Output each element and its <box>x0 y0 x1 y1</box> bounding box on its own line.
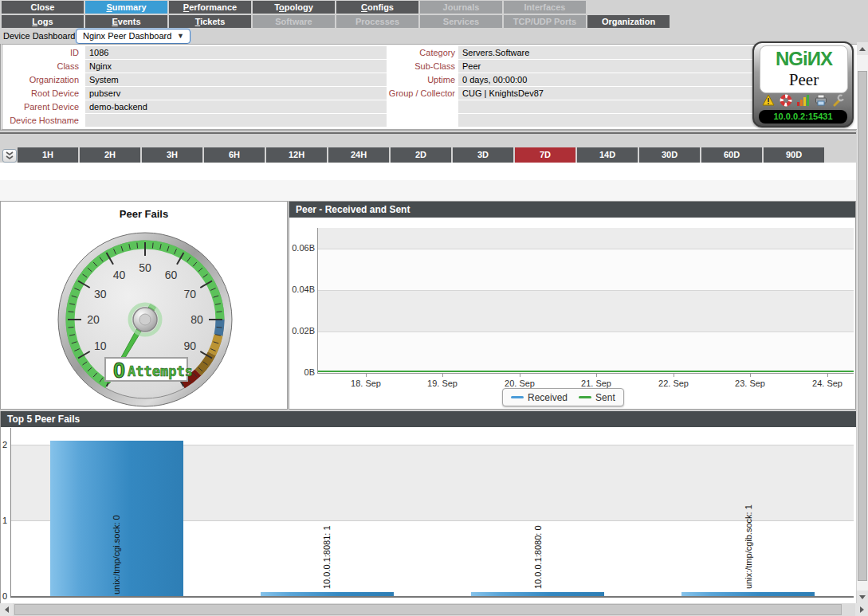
gauge-tick-label: 20 <box>87 313 100 326</box>
panel-header: Peer - Received and Sent <box>289 202 855 218</box>
y-tick-label: 0B <box>289 367 315 377</box>
tab-journals: Journals <box>420 1 502 14</box>
scroll-up-button[interactable] <box>857 42 868 55</box>
bar-series: unix:/tmp/cgi.sock: 010.0.0.1:8081: 110.… <box>11 428 854 596</box>
info-label-root-device: Root Device <box>2 87 79 100</box>
scroll-down-button[interactable] <box>857 590 868 603</box>
x-tick-label: 23. Sep <box>726 379 774 388</box>
arrow-down-icon <box>859 595 866 599</box>
range-button-90d[interactable]: 90D <box>764 147 824 163</box>
legend-label: Received <box>528 392 568 403</box>
panel-header: Top 5 Peer Fails <box>1 411 856 427</box>
gauge-tick-label: 70 <box>184 288 197 300</box>
x-tick-label: 20. Sep <box>496 379 544 388</box>
y-tick-label: 0.04B <box>289 284 315 294</box>
scroll-left-button[interactable] <box>0 603 13 616</box>
plot-band <box>317 228 854 249</box>
info-value-group-collector: CUG | KnightsDev87 <box>458 87 757 100</box>
bar-category-label: 10.0.0.1:8081: 1 <box>322 525 332 589</box>
scroll-right-button[interactable] <box>855 603 868 616</box>
tab-summary[interactable]: Summary <box>85 1 167 14</box>
tab-tcp-udp-ports: TCP/UDP Ports <box>504 15 586 28</box>
tab-organization[interactable]: Organization <box>587 15 670 28</box>
tab-processes: Processes <box>336 15 418 28</box>
gauge-unit: Attempts <box>128 363 193 379</box>
gauge-value: 0 <box>113 359 125 383</box>
info-value-empty-1 <box>458 100 757 113</box>
wrench-icon[interactable] <box>832 94 845 107</box>
range-button-3d[interactable]: 3D <box>453 147 513 163</box>
printer-icon[interactable] <box>815 94 827 107</box>
info-label-uptime: Uptime <box>387 73 455 86</box>
chevron-down-icon: ▼ <box>177 29 184 43</box>
bar-category-label: 10.0.0.1:8080: 0 <box>533 525 543 589</box>
info-value-root-device[interactable]: pubserv <box>85 87 387 100</box>
range-button-7d[interactable]: 7D <box>515 147 575 163</box>
gridline <box>317 290 854 291</box>
tab-events[interactable]: Events <box>85 15 167 28</box>
nginx-logo: NGiИX <box>760 48 847 70</box>
info-value-category: Servers.Software <box>458 46 757 59</box>
x-tick-label: 19. Sep <box>418 379 466 388</box>
tab-software: Software <box>253 15 335 28</box>
info-value-organization: System <box>85 73 387 86</box>
bar-category-label: unix:/tmp/cgi.sock: 0 <box>112 515 121 594</box>
horizontal-scrollbar[interactable] <box>0 603 868 616</box>
info-label-category: Category <box>387 46 455 59</box>
device-type-label: Peer <box>760 70 847 89</box>
legend-item-sent[interactable]: Sent <box>579 392 615 403</box>
tab-configs[interactable]: Configs <box>336 1 418 14</box>
horizontal-scrollbar-thumb[interactable] <box>14 604 842 615</box>
lifebuoy-icon[interactable] <box>780 94 792 107</box>
device-badge: NGiИX Peer 10.0.0.2:15431 <box>752 41 854 128</box>
tab-performance[interactable]: Performance <box>169 1 251 14</box>
range-button-60d[interactable]: 60D <box>701 147 762 163</box>
gauge-tick-label: 10 <box>94 339 107 352</box>
device-badge-toolbar <box>754 94 852 107</box>
tab-close[interactable]: Close <box>2 1 84 14</box>
range-button-6h[interactable]: 6H <box>204 147 265 163</box>
device-dashboard-select[interactable]: Nginx Peer Dashboard ▼ <box>76 29 190 44</box>
gauge-tick-label: 80 <box>190 313 203 326</box>
info-value-uptime: 0 days, 00:00:00 <box>458 73 757 86</box>
range-button-24h[interactable]: 24H <box>328 147 389 163</box>
device-dashboard-value: Nginx Peer Dashboard <box>83 31 171 41</box>
signal-bars-icon[interactable] <box>797 94 810 107</box>
collapse-timebar-button[interactable] <box>2 149 17 163</box>
range-button-12h[interactable]: 12H <box>266 147 327 163</box>
y-tick-label: 1 <box>2 516 10 525</box>
y-tick-label: 0.06B <box>289 243 315 253</box>
y-tick-label: 0 <box>2 591 10 601</box>
x-axis-line <box>317 373 854 374</box>
x-tick-label: 22. Sep <box>650 379 697 388</box>
legend-item-received[interactable]: Received <box>511 392 568 403</box>
y-axis-line <box>317 228 318 373</box>
range-button-2d[interactable]: 2D <box>391 147 451 163</box>
info-label-sub-class: Sub-Class <box>387 60 455 73</box>
tab-topology[interactable]: Topology <box>253 1 335 14</box>
range-button-2h[interactable]: 2H <box>80 147 140 163</box>
arrow-right-icon <box>860 606 864 613</box>
range-button-30d[interactable]: 30D <box>639 147 700 163</box>
gridline <box>317 332 854 332</box>
gauge-tick-label: 40 <box>113 269 126 281</box>
range-button-1h[interactable]: 1H <box>18 147 78 163</box>
y-tick-label: 0.02B <box>289 326 315 335</box>
spacer-strip-gray <box>0 180 856 201</box>
info-value-sub-class: Peer <box>458 60 757 73</box>
tab-logs[interactable]: Logs <box>2 15 84 28</box>
tab-tickets[interactable]: Tickets <box>169 15 251 28</box>
bar-category-label: unix:/tmp/cgib.sock: 1 <box>744 504 753 589</box>
range-button-14d[interactable]: 14D <box>577 147 638 163</box>
received-swatch-icon <box>511 396 524 398</box>
warning-icon[interactable] <box>762 94 775 107</box>
device-address[interactable]: 10.0.0.2:15431 <box>759 110 847 124</box>
device-badge-card: NGiИX Peer <box>760 45 848 93</box>
x-axis-line <box>10 596 854 598</box>
vertical-scrollbar-thumb[interactable] <box>858 71 867 581</box>
tab-interfaces: Interfaces <box>504 1 586 14</box>
arrow-left-icon <box>5 606 9 613</box>
range-button-3h[interactable]: 3H <box>142 147 202 163</box>
info-value-parent-device[interactable]: demo-backend <box>85 100 387 113</box>
vertical-scrollbar[interactable] <box>857 42 868 603</box>
